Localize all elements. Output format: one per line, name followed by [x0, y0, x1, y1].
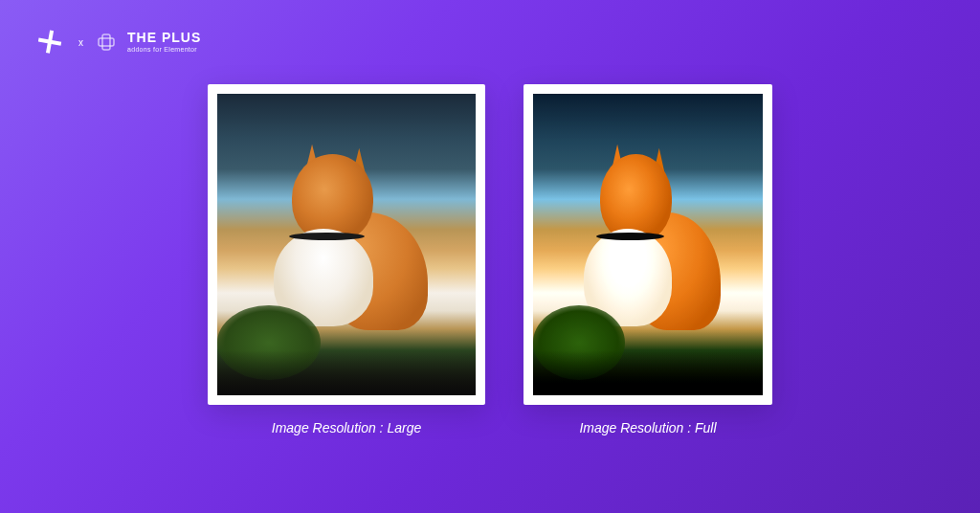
secondary-logo-icon — [97, 33, 116, 52]
image-item-large: Image Resolution : Large — [208, 84, 485, 435]
caption-full: Image Resolution : Full — [579, 420, 716, 435]
cat-image-large — [217, 94, 476, 395]
logo-text-primary: THE PLUS — [127, 31, 201, 45]
logo-text-block: THE PLUS addons for Elementor — [127, 31, 201, 53]
svg-rect-0 — [102, 34, 110, 50]
caption-large: Image Resolution : Large — [272, 420, 421, 435]
image-frame-full — [523, 84, 772, 405]
separator-icon: x — [78, 37, 83, 48]
primary-logo-icon — [38, 29, 65, 56]
brand-logo-area: x THE PLUS addons for Elementor — [38, 29, 201, 56]
svg-rect-1 — [99, 38, 114, 46]
images-comparison-container: Image Resolution : Large Image Resolutio… — [208, 84, 772, 435]
image-frame-large — [208, 84, 485, 405]
logo-text-secondary: addons for Elementor — [127, 46, 201, 54]
cat-image-full — [533, 94, 763, 395]
image-item-full: Image Resolution : Full — [523, 84, 772, 435]
